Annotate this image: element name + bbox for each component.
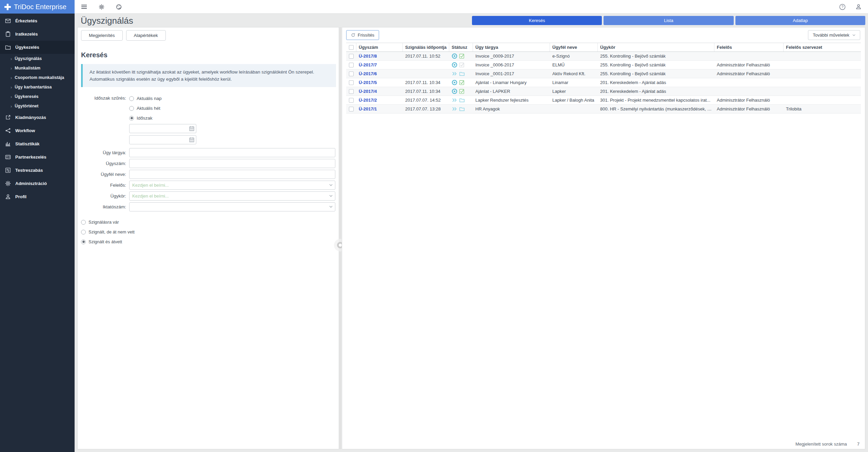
row-checkbox[interactable] bbox=[346, 80, 356, 85]
sidebar-item-workflow[interactable]: Workflow bbox=[0, 124, 75, 137]
radio-icon[interactable] bbox=[81, 230, 86, 234]
panel-splitter[interactable] bbox=[339, 27, 342, 449]
case-domain-input[interactable] bbox=[129, 191, 335, 201]
period-radio-0[interactable]: Aktuális nap bbox=[129, 94, 335, 103]
period-filter-label: Időszak szűrés: bbox=[81, 94, 129, 146]
table-row[interactable]: Ü-2017/22017.07.07. 14:52Lapker Rendszer… bbox=[346, 96, 861, 105]
calendar-icon[interactable] bbox=[189, 137, 195, 143]
settings-icon[interactable] bbox=[98, 3, 105, 10]
refresh-button[interactable]: Frissítés bbox=[346, 30, 379, 40]
column-header[interactable]: Ügy tárgya bbox=[473, 43, 550, 52]
sidebar-item-ugykezeles[interactable]: Ügykezelés bbox=[0, 41, 75, 54]
date-to-input[interactable] bbox=[129, 135, 196, 144]
results-panel: Frissítés További műveletek ÜgyszámSzign… bbox=[342, 27, 865, 449]
chevron-right-icon: › bbox=[11, 85, 12, 90]
app-logo[interactable]: TriDoc Enterprise bbox=[0, 0, 75, 14]
column-header[interactable]: Ügyfél neve bbox=[550, 43, 598, 52]
sidebar-item-munkalistam[interactable]: ›Munkalistám bbox=[0, 63, 75, 73]
tab-kereses[interactable]: Keresés bbox=[472, 16, 602, 25]
tab-adatlap[interactable]: Adatlap bbox=[735, 16, 865, 25]
case-link[interactable]: Ü-2017/5 bbox=[359, 80, 377, 85]
cell-date: 2017.07.07. 14:52 bbox=[403, 98, 449, 103]
sidebar-item-adminisztracio[interactable]: Adminisztráció bbox=[0, 177, 75, 190]
radio-icon[interactable] bbox=[129, 96, 134, 101]
case-link[interactable]: Ü-2017/6 bbox=[359, 71, 377, 76]
client-name-input[interactable] bbox=[129, 170, 335, 179]
column-header[interactable]: Ügyszám bbox=[356, 43, 403, 52]
menu-icon[interactable] bbox=[81, 3, 87, 10]
status-radio-2[interactable]: Szignált és átvett bbox=[81, 237, 335, 247]
sidebar-item-testreszabas[interactable]: Testreszabás bbox=[0, 164, 75, 177]
sidebar-item-ugykereses[interactable]: ›Ügykeresés bbox=[0, 92, 75, 101]
sidebar-item-ugy-karbantartasa[interactable]: ›Ügy karbantartása bbox=[0, 82, 75, 92]
cell-status bbox=[449, 88, 473, 94]
sidebar-item-ugyszignalas[interactable]: ›Ügyszignálás bbox=[0, 54, 75, 63]
radio-icon[interactable] bbox=[81, 240, 86, 244]
select-all-checkbox[interactable] bbox=[346, 43, 356, 52]
table-row[interactable]: Ü-2017/12017.07.07. 13:28HR Anyagok800. … bbox=[346, 105, 861, 114]
case-link[interactable]: Ü-2017/4 bbox=[359, 89, 377, 94]
help-icon[interactable]: ? bbox=[839, 3, 846, 10]
registration-number-input[interactable] bbox=[129, 202, 335, 211]
table-row[interactable]: Ü-2017/7Invoice _0006-2017ELMŰ255. Kontr… bbox=[346, 61, 861, 69]
row-checkbox[interactable] bbox=[346, 71, 356, 76]
radio-icon[interactable] bbox=[129, 106, 134, 111]
status-radio-1[interactable]: Szignált, de át nem vett bbox=[81, 227, 335, 237]
responsible-input[interactable] bbox=[129, 181, 335, 190]
sidebar-item-kiadmanyozas[interactable]: Kiadmányozás bbox=[0, 111, 75, 124]
chevrons-icon bbox=[452, 97, 457, 103]
sidebar-subitem-label: Munkalistám bbox=[15, 66, 40, 70]
sidebar-item-csoportom-munkalistaja[interactable]: ›Csoportom munkalistája bbox=[0, 73, 75, 82]
case-link[interactable]: Ü-2017/2 bbox=[359, 98, 377, 103]
case-subject-input[interactable] bbox=[129, 148, 335, 157]
sidebar-item-erkeztetes[interactable]: Érkeztetés bbox=[0, 14, 75, 27]
cell-client: Linamar bbox=[550, 80, 598, 85]
sidebar-item-ugytortenet[interactable]: ›Ügytörténet bbox=[0, 101, 75, 111]
date-from-input[interactable] bbox=[129, 124, 196, 133]
table-row[interactable]: Ü-2017/52017.07.11. 10:34Ajánlat - Linam… bbox=[346, 78, 861, 87]
radio-icon[interactable] bbox=[129, 116, 134, 121]
row-checkbox[interactable] bbox=[346, 63, 356, 67]
sidebar-subitem-label: Csoportom munkalistája bbox=[15, 75, 64, 80]
column-header[interactable]: Státusz bbox=[449, 43, 473, 52]
sidebar-item-partnerkezeles[interactable]: Partnerkezelés bbox=[0, 150, 75, 164]
column-header[interactable]: Felelős szervezet bbox=[784, 43, 861, 52]
column-header[interactable]: Szignálás időpontja bbox=[403, 43, 449, 52]
theme-icon[interactable] bbox=[115, 3, 122, 10]
sidebar-item-iratkezeles[interactable]: Iratkezelés bbox=[0, 27, 75, 41]
row-checkbox[interactable] bbox=[346, 98, 356, 103]
info-text: Az iktatást követően itt szignálhatja az… bbox=[90, 69, 314, 82]
tab-lista[interactable]: Lista bbox=[604, 16, 733, 25]
case-number-input[interactable] bbox=[129, 159, 335, 168]
column-header[interactable]: Ügykör bbox=[598, 43, 714, 52]
table-row[interactable]: Ü-2017/82017.07.11. 10:52Invoice _0009-2… bbox=[346, 52, 861, 61]
period-radio-2[interactable]: Időszak bbox=[129, 113, 335, 123]
display-button[interactable]: Megjelenítés bbox=[81, 30, 123, 41]
period-radio-1[interactable]: Aktuális hét bbox=[129, 103, 335, 113]
more-actions-label: További műveletek bbox=[813, 33, 849, 38]
sidebar-item-label: Ügykezelés bbox=[15, 45, 39, 50]
refresh-label: Frissítés bbox=[358, 33, 374, 38]
table-row[interactable]: Ü-2017/6Invoice _0001-2017Aktív Rekord K… bbox=[346, 69, 861, 78]
radio-label: Aktuális hét bbox=[137, 106, 160, 111]
splitter-bar bbox=[339, 27, 341, 449]
calendar-icon[interactable] bbox=[189, 126, 195, 131]
row-checkbox[interactable] bbox=[346, 107, 356, 111]
row-checkbox[interactable] bbox=[346, 89, 356, 94]
table-row[interactable]: Ü-2017/42017.07.11. 10:34Ajánlat - LAPKE… bbox=[346, 87, 861, 96]
column-header[interactable]: Felelős bbox=[714, 43, 784, 52]
user-icon[interactable] bbox=[855, 3, 862, 10]
radio-icon[interactable] bbox=[81, 220, 86, 225]
status-radio-0[interactable]: Szignálásra vár bbox=[81, 217, 335, 227]
row-checkbox[interactable] bbox=[346, 54, 356, 59]
case-link[interactable]: Ü-2017/7 bbox=[359, 62, 377, 67]
check-green-icon bbox=[459, 53, 465, 59]
defaults-button[interactable]: Alapértékek bbox=[126, 30, 166, 41]
cell-subject: HR Anyagok bbox=[473, 106, 550, 111]
case-link[interactable]: Ü-2017/8 bbox=[359, 54, 377, 59]
sidebar-item-profil[interactable]: Profil bbox=[0, 190, 75, 203]
more-actions-button[interactable]: További műveletek bbox=[808, 30, 860, 40]
page-title: Ügyszignálás bbox=[81, 16, 133, 26]
sidebar-item-statisztikak[interactable]: Statisztikák bbox=[0, 137, 75, 150]
case-link[interactable]: Ü-2017/1 bbox=[359, 106, 377, 111]
